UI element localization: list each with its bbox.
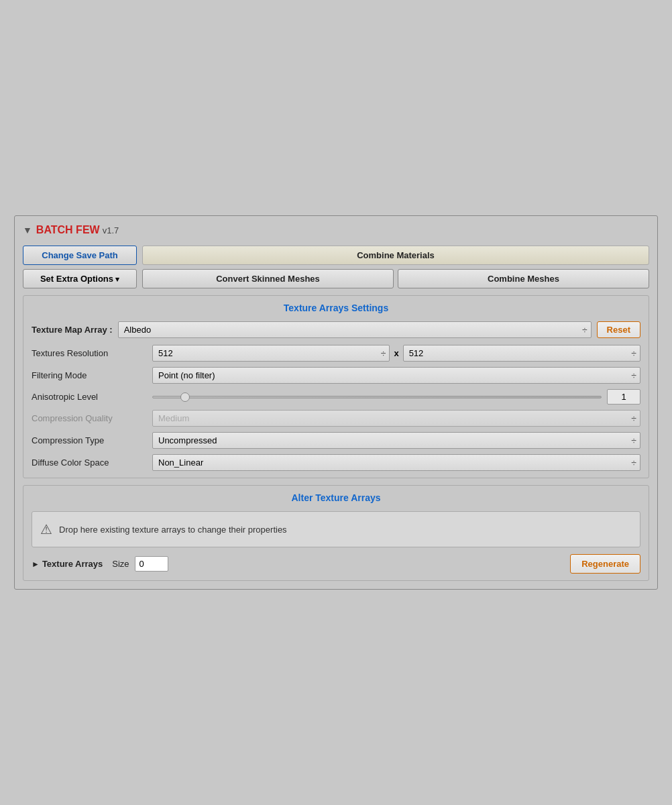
compression-quality-wrapper: Medium: [152, 410, 640, 427]
right-buttons: Combine Materials Convert Skinned Meshes…: [142, 246, 649, 288]
compression-type-wrapper: Uncompressed Compressed: [152, 432, 640, 449]
size-label: Size: [112, 559, 129, 569]
panel-header: ▼ BATCH FEW v1.7: [23, 224, 649, 236]
diffuse-color-space-label: Diffuse Color Space: [32, 458, 152, 468]
collapse-chevron[interactable]: ▼: [23, 225, 32, 235]
texture-map-select-wrapper: Albedo: [118, 321, 592, 338]
texture-map-row: Texture Map Array : Albedo Reset: [32, 321, 640, 338]
anisotropic-level-label: Anisotropic Level: [32, 392, 152, 402]
filtering-mode-wrapper: Point (no filter) Bilinear Trilinear: [152, 367, 640, 384]
combine-materials-button[interactable]: Combine Materials: [142, 246, 649, 265]
size-input[interactable]: [135, 556, 168, 572]
footer-row: ► Texture Arrays Size Regenerate: [32, 554, 640, 574]
res-y-wrapper: 512 256 1024 2048: [403, 345, 640, 362]
resolution-y-select[interactable]: 512 256 1024 2048: [403, 345, 640, 362]
diffuse-color-space-wrapper: Non_Linear Linear: [152, 454, 640, 471]
texture-map-label: Texture Map Array :: [32, 325, 113, 335]
compression-type-row: Compression Type Uncompressed Compressed: [32, 432, 640, 449]
anisotropic-level-row: Anisotropic Level 1: [32, 389, 640, 405]
compression-quality-row: Compression Quality Medium: [32, 410, 640, 427]
main-panel: ▼ BATCH FEW v1.7 Change Save Path Set Ex…: [14, 215, 658, 590]
panel-title: BATCH FEW: [36, 224, 100, 236]
texture-map-select[interactable]: Albedo: [118, 321, 592, 338]
x-separator: x: [394, 348, 398, 358]
anisotropic-slider[interactable]: [152, 396, 602, 398]
mesh-buttons: Convert Skinned Meshes Combine Meshes: [142, 269, 649, 288]
alter-texture-arrays-title: Alter Texture Arrays: [32, 492, 640, 503]
combine-meshes-button[interactable]: Combine Meshes: [398, 269, 649, 288]
filtering-mode-select[interactable]: Point (no filter) Bilinear Trilinear: [152, 367, 640, 384]
toolbar: Change Save Path Set Extra Options Combi…: [23, 246, 649, 288]
textures-resolution-row: Textures Resolution 512 256 1024 2048 x …: [32, 345, 640, 362]
panel-version: v1.7: [103, 225, 119, 235]
compression-type-select[interactable]: Uncompressed Compressed: [152, 432, 640, 449]
compression-quality-select: Medium: [152, 410, 640, 427]
anisotropic-slider-group: 1: [152, 389, 640, 405]
reset-button[interactable]: Reset: [597, 321, 640, 338]
res-x-wrapper: 512 256 1024 2048: [152, 345, 390, 362]
expand-texture-arrays-button[interactable]: ►: [32, 559, 40, 569]
filtering-mode-row: Filtering Mode Point (no filter) Bilinea…: [32, 367, 640, 384]
drop-area[interactable]: ⚠ Drop here existing texture arrays to c…: [32, 511, 640, 547]
convert-skinned-meshes-button[interactable]: Convert Skinned Meshes: [142, 269, 394, 288]
texture-arrays-settings-title: Texture Arrays Settings: [32, 303, 640, 313]
resolution-x-select[interactable]: 512 256 1024 2048: [152, 345, 390, 362]
alter-texture-arrays-section: Alter Texture Arrays ⚠ Drop here existin…: [23, 485, 649, 581]
textures-resolution-control: 512 256 1024 2048 x 512 256 1024 2048: [152, 345, 640, 362]
diffuse-color-space-select[interactable]: Non_Linear Linear: [152, 454, 640, 471]
drop-text: Drop here existing texture arrays to cha…: [59, 525, 287, 535]
compression-quality-label: Compression Quality: [32, 413, 152, 423]
textures-resolution-label: Textures Resolution: [32, 348, 152, 358]
regenerate-button[interactable]: Regenerate: [570, 554, 640, 574]
filtering-mode-label: Filtering Mode: [32, 370, 152, 380]
left-buttons: Change Save Path Set Extra Options: [23, 246, 137, 288]
anisotropic-value: 1: [607, 389, 640, 405]
drop-icon: ⚠: [40, 521, 52, 537]
change-save-path-button[interactable]: Change Save Path: [23, 246, 137, 265]
texture-arrays-settings-section: Texture Arrays Settings Texture Map Arra…: [23, 295, 649, 478]
texture-arrays-label: Texture Arrays: [42, 559, 103, 569]
compression-type-label: Compression Type: [32, 435, 152, 445]
diffuse-color-space-row: Diffuse Color Space Non_Linear Linear: [32, 454, 640, 471]
set-extra-options-button[interactable]: Set Extra Options: [23, 269, 137, 288]
